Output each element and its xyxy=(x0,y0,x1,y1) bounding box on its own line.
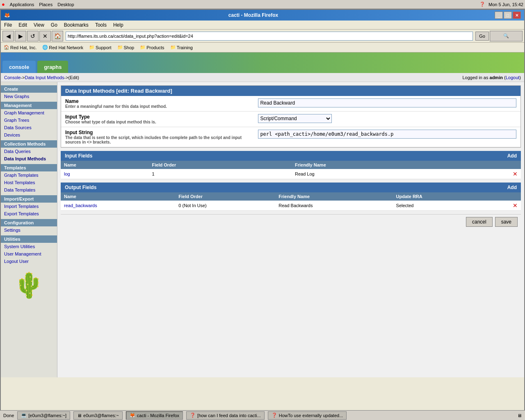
menu-help[interactable]: Help xyxy=(112,21,125,29)
input-type-field-desc: Choose what type of data input method th… xyxy=(65,120,250,124)
taskbar-item-terminal2[interactable]: 🖥 e0um3@flames:~ xyxy=(73,411,123,420)
bookmarks-bar: 🏠 Red Hat, Inc. 🌐 Red Hat Network 📁 Supp… xyxy=(1,43,524,52)
logout-link[interactable]: Logout xyxy=(506,75,520,80)
window-controls: _ □ ✕ xyxy=(495,11,521,19)
applications-menu[interactable]: Applications xyxy=(10,2,34,7)
bookmark-redhat-network[interactable]: 🌐 Red Hat Network xyxy=(41,44,84,50)
input-string-input[interactable] xyxy=(258,130,516,139)
app-header: console graphs xyxy=(1,52,524,73)
input-field-order-cell: 1 xyxy=(148,169,291,179)
menu-bookmarks[interactable]: Bookmarks xyxy=(62,21,90,29)
menu-go[interactable]: Go xyxy=(49,21,59,29)
menu-edit[interactable]: Edit xyxy=(17,21,29,29)
save-button[interactable]: save xyxy=(495,217,518,227)
bookmark-training[interactable]: 📁 Training xyxy=(169,44,194,50)
tab-graphs[interactable]: graphs xyxy=(37,61,68,73)
content-area: Data Input Methods [edit: Read Backward]… xyxy=(57,82,524,377)
stop-button[interactable]: ✕ xyxy=(39,31,51,41)
taskbar-item-help1[interactable]: ❓ [how can I feed data into cacti... xyxy=(186,411,265,420)
bookmark-support[interactable]: 📁 Support xyxy=(88,44,113,50)
sidebar-item-system-utilities[interactable]: System Utilities xyxy=(1,243,57,250)
go-button[interactable]: Go xyxy=(475,32,489,41)
name-field-desc: Enter a meaningful name for this data in… xyxy=(65,104,250,109)
cancel-button[interactable]: cancel xyxy=(466,217,493,227)
sidebar-section-templates: Templates xyxy=(1,164,57,171)
sidebar-item-data-queries[interactable]: Data Queries xyxy=(1,148,57,155)
bookmark-redhat[interactable]: 🏠 Red Hat, Inc. xyxy=(2,44,38,50)
menu-view[interactable]: View xyxy=(32,21,46,29)
desktop-menu[interactable]: Desktop xyxy=(57,2,74,7)
input-field-delete-button[interactable]: ✕ xyxy=(513,171,518,177)
breadcrumb-console[interactable]: Console xyxy=(4,75,21,80)
output-field-delete-button[interactable]: ✕ xyxy=(513,202,518,209)
input-fields-add-link[interactable]: Add xyxy=(507,153,517,159)
bookmark-shop[interactable]: 📁 Shop xyxy=(116,44,136,50)
taskbar-item-help2[interactable]: ❓ HowTo use externally updated... xyxy=(268,411,347,420)
col-name: Name xyxy=(61,161,148,169)
shop-icon: 📁 xyxy=(117,45,123,50)
button-row: cancel save xyxy=(61,214,521,229)
sidebar-item-data-input-methods[interactable]: Data Input Methods xyxy=(1,155,57,162)
network-icon: 🌐 xyxy=(42,45,48,50)
menu-tools[interactable]: Tools xyxy=(94,21,108,29)
input-fields-table: Name Field Order Friendly Name log 1 xyxy=(61,161,521,179)
restore-button[interactable]: □ xyxy=(504,11,512,19)
breadcrumb-bar: Console -> Data Input Methods -> (Edit) … xyxy=(1,73,524,82)
sidebar-item-graph-management[interactable]: Graph Management xyxy=(1,109,57,116)
os-clock: Mon 5 Jun, 15:42 xyxy=(488,2,523,7)
form-row-input-type: Input Type Choose what type of data inpu… xyxy=(61,112,520,127)
taskbar-item-terminal1[interactable]: 💻 [e0um3@flames:~] xyxy=(17,411,70,420)
places-menu[interactable]: Places xyxy=(39,2,52,7)
sidebar-section-management: Management xyxy=(1,102,57,109)
breadcrumb-sep1: -> xyxy=(21,75,25,80)
form-card: Data Input Methods [edit: Read Backward]… xyxy=(61,85,521,148)
output-fields-section: Output Fields Add Name Field Order Frien… xyxy=(61,183,521,211)
form-row-name: Name Enter a meaningful name for this da… xyxy=(61,96,520,112)
sidebar-item-data-templates[interactable]: Data Templates xyxy=(1,186,57,194)
input-field-name-link[interactable]: log xyxy=(64,171,70,176)
sidebar-item-devices[interactable]: Devices xyxy=(1,131,57,139)
col-update-rra: Update RRA xyxy=(393,192,488,201)
browser-window: 🦊 cacti - Mozilla Firefox _ □ ✕ File Edi… xyxy=(0,9,525,419)
form-table: Name Enter a meaningful name for this da… xyxy=(61,96,520,147)
sidebar-item-host-templates[interactable]: Host Templates xyxy=(1,179,57,186)
tab-console[interactable]: console xyxy=(2,61,36,73)
breadcrumb-data-input-methods[interactable]: Data Input Methods xyxy=(25,75,64,80)
address-bar[interactable] xyxy=(66,32,473,41)
sidebar-item-settings[interactable]: Settings xyxy=(1,226,57,234)
breadcrumb-sep2: -> xyxy=(64,75,68,80)
taskbar-item-firefox[interactable]: 🦊 cacti - Mozilla Firefox xyxy=(126,411,183,420)
sidebar-item-logout-user[interactable]: Logout User xyxy=(1,258,57,265)
sidebar-section-import-export: Import/Export xyxy=(1,195,57,203)
output-field-name-link[interactable]: read_backwards xyxy=(64,203,97,208)
input-type-field-label: Input Type xyxy=(65,114,250,120)
minimize-button[interactable]: _ xyxy=(495,11,503,19)
menu-file[interactable]: File xyxy=(2,21,14,29)
input-string-field-desc: The data that is sent to the script, whi… xyxy=(65,135,250,144)
output-fields-table: Name Field Order Friendly Name Update RR… xyxy=(61,192,521,211)
sidebar-item-data-sources[interactable]: Data Sources xyxy=(1,124,57,131)
sidebar-section-collection-methods: Collection Methods xyxy=(1,140,57,148)
name-input-cell xyxy=(254,96,520,112)
name-input[interactable] xyxy=(258,98,516,107)
sidebar-item-user-management[interactable]: User Management xyxy=(1,250,57,258)
close-button[interactable]: ✕ xyxy=(513,11,521,19)
sidebar-section-create: Create xyxy=(1,85,57,93)
forward-button[interactable]: ▶ xyxy=(15,31,26,41)
input-type-select[interactable]: Script/Command SNMP SNMP Query Script Qu… xyxy=(258,114,332,123)
browser-menubar: File Edit View Go Bookmarks Tools Help xyxy=(1,21,524,30)
browser-titlebar: 🦊 cacti - Mozilla Firefox _ □ ✕ xyxy=(1,10,524,21)
sidebar-item-import-templates[interactable]: Import Templates xyxy=(1,203,57,210)
home-button[interactable]: 🏠 xyxy=(52,31,63,41)
bookmark-products[interactable]: 📁 Products xyxy=(139,44,165,50)
search-button[interactable]: 🔍 xyxy=(490,31,523,41)
help1-icon: ❓ xyxy=(190,413,196,418)
output-fields-add-link[interactable]: Add xyxy=(507,185,517,190)
sidebar-item-graph-templates[interactable]: Graph Templates xyxy=(1,171,57,179)
back-button[interactable]: ◀ xyxy=(2,31,14,41)
sidebar-item-new-graphs[interactable]: New Graphs xyxy=(1,93,57,100)
sidebar-item-graph-trees[interactable]: Graph Trees xyxy=(1,116,57,124)
reload-button[interactable]: ↺ xyxy=(27,31,39,41)
os-help-icon: ❓ xyxy=(479,2,485,7)
sidebar-item-export-templates[interactable]: Export Templates xyxy=(1,210,57,217)
